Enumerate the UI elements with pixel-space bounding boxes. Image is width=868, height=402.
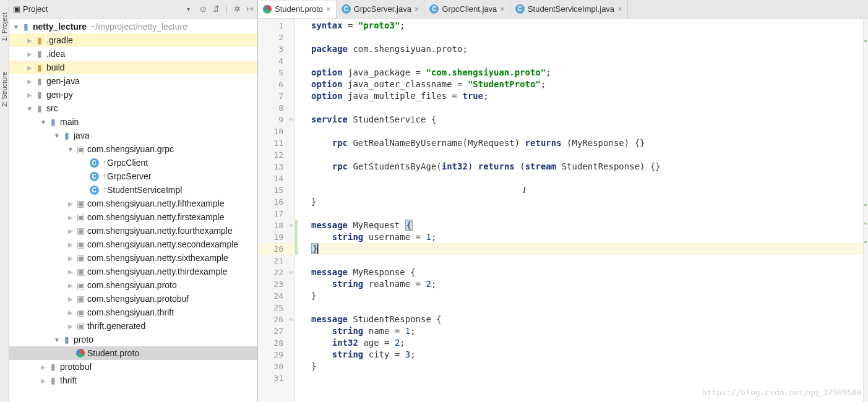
chevron-right-icon[interactable]: ▶ — [25, 92, 34, 98]
chevron-right-icon[interactable]: ▶ — [25, 51, 34, 58]
chevron-down-icon[interactable]: ▼ — [53, 132, 61, 139]
tree-row[interactable]: Student.proto — [9, 346, 257, 360]
project-tree[interactable]: ▼ ▮ netty_lecture ~/myproject/netty_lect… — [9, 19, 257, 402]
rail-structure[interactable]: 2: Structure — [1, 72, 8, 107]
chevron-down-icon[interactable]: ▾ — [187, 6, 190, 12]
tree-row[interactable]: ▶▮.idea — [9, 47, 257, 61]
gutter-line[interactable]: 15 — [258, 184, 294, 196]
tree-row[interactable]: ▶▣com.shengsiyuan.netty.sixthexample — [9, 251, 257, 265]
chevron-right-icon[interactable]: ▶ — [66, 323, 75, 330]
code-line[interactable] — [311, 149, 868, 161]
code-line[interactable] — [311, 255, 868, 267]
code-line[interactable]: } — [311, 290, 868, 302]
close-icon[interactable]: × — [500, 4, 505, 14]
gutter-line[interactable]: 28 — [258, 337, 294, 349]
code-line[interactable]: message MyRequest { — [311, 220, 868, 231]
code-line[interactable]: string city = 3; — [311, 349, 868, 361]
chevron-right-icon[interactable]: ▶ — [66, 241, 75, 248]
code-line[interactable]: } — [311, 361, 868, 372]
tree-row[interactable]: ▶▮build — [9, 61, 257, 74]
code-line[interactable]: option java_outer_classname = "StudentPr… — [311, 79, 868, 90]
gutter-line[interactable]: 9⊟ — [258, 114, 294, 126]
code-line[interactable]: string name = 1; — [311, 325, 868, 337]
minimap-mark[interactable] — [864, 40, 867, 42]
close-icon[interactable]: × — [415, 4, 419, 14]
chevron-down-icon[interactable]: ▼ — [53, 336, 61, 343]
chevron-right-icon[interactable]: ▶ — [66, 268, 75, 275]
project-panel-title[interactable]: Project — [23, 4, 48, 14]
gutter-line[interactable]: 23 — [258, 278, 294, 290]
tree-row[interactable]: C⇡GrpcServer — [9, 169, 257, 183]
chevron-right-icon[interactable]: ▶ — [66, 255, 75, 262]
code-line[interactable] — [311, 32, 868, 43]
gutter-line[interactable]: 24 — [258, 290, 294, 302]
code-line[interactable]: package com.shengsiyuan.proto; — [311, 43, 868, 55]
chevron-down-icon[interactable]: ▼ — [12, 24, 20, 30]
gutter-line[interactable]: 6 — [258, 79, 294, 90]
tree-row[interactable]: ▼▮src — [9, 101, 257, 115]
code-line[interactable]: syntax = "proto3"; — [311, 20, 868, 32]
gutter-line[interactable]: 20 — [258, 243, 294, 255]
code-line[interactable] — [311, 208, 868, 220]
close-icon[interactable]: × — [617, 4, 622, 14]
code-line[interactable] — [311, 372, 868, 384]
code-line[interactable] — [311, 173, 868, 184]
tree-row[interactable]: ▶▮.gradle — [9, 33, 257, 47]
gutter-line[interactable]: 27 — [258, 325, 294, 337]
gutter-line[interactable]: 31 — [258, 372, 294, 384]
fold-icon[interactable]: ⊟ — [290, 267, 293, 278]
code-line[interactable] — [311, 102, 868, 114]
chevron-right-icon[interactable]: ▶ — [66, 228, 75, 234]
editor-tab[interactable]: CStudentServiceImpl.java× — [510, 0, 628, 18]
gutter-line[interactable]: 29 — [258, 349, 294, 361]
gutter-line[interactable]: 16 — [258, 196, 294, 208]
code-line[interactable]: option java_package = "com.shengsiyuan.p… — [311, 67, 868, 79]
gutter-line[interactable]: 17 — [258, 208, 294, 220]
minimap-mark[interactable] — [864, 223, 867, 225]
tree-row[interactable]: ▶▣com.shengsiyuan.protobuf — [9, 292, 257, 306]
hide-icon[interactable]: ↦ — [247, 4, 254, 14]
tree-row[interactable]: ▶▣com.shengsiyuan.netty.secondexample — [9, 237, 257, 251]
code-line[interactable] — [311, 55, 868, 67]
tree-row[interactable]: ▶▮gen-py — [9, 88, 257, 101]
chevron-right-icon[interactable]: ▶ — [39, 364, 48, 370]
tree-row[interactable]: ▶▣thrift.generated — [9, 319, 257, 333]
code-line[interactable]: rpc GetStudentsByAge(int32) returns (str… — [311, 161, 868, 173]
gutter-line[interactable]: 22⊟ — [258, 267, 294, 278]
code-line[interactable]: message MyResponse { — [311, 267, 868, 278]
gutter-line[interactable]: 14 — [258, 173, 294, 184]
editor-tab[interactable]: CGrpcServer.java× — [337, 0, 425, 18]
editor-tab[interactable]: CGrpcClient.java× — [424, 0, 510, 18]
gutter-line[interactable]: 12 — [258, 149, 294, 161]
target-icon[interactable]: ⊙ — [200, 4, 207, 14]
gutter-line[interactable]: 3 — [258, 43, 294, 55]
fold-icon[interactable]: ⊟ — [290, 314, 293, 325]
chevron-right-icon[interactable]: ▶ — [25, 78, 34, 85]
gutter-line[interactable]: 2 — [258, 32, 294, 43]
tree-row[interactable]: C⇡GrpcClient — [9, 156, 257, 169]
gutter-line[interactable]: 4 — [258, 55, 294, 67]
chevron-right-icon[interactable]: ▶ — [66, 214, 75, 221]
gutter[interactable]: 123456789⊟101112131415161718⊟19202122⊟23… — [258, 19, 295, 402]
code-line[interactable]: } — [311, 196, 868, 208]
chevron-down-icon[interactable]: ▼ — [25, 105, 34, 112]
gutter-line[interactable]: 26⊟ — [258, 314, 294, 325]
chevron-right-icon[interactable]: ▶ — [25, 37, 34, 44]
code-line[interactable]: } — [311, 243, 868, 255]
gutter-line[interactable]: 19 — [258, 231, 294, 243]
code-line[interactable]: string username = 1; — [311, 231, 868, 243]
chevron-down-icon[interactable]: ▼ — [39, 119, 48, 126]
gutter-line[interactable]: 7 — [258, 90, 294, 102]
chevron-right-icon[interactable]: ▶ — [66, 296, 75, 302]
chevron-right-icon[interactable]: ▶ — [25, 64, 34, 71]
code-line[interactable]: message StudentResponse { — [311, 314, 868, 325]
fold-icon[interactable]: ⊟ — [290, 220, 293, 231]
gutter-line[interactable]: 10 — [258, 126, 294, 137]
code-line[interactable]: rpc GetRealNameByUsername(MyRequest) ret… — [311, 137, 868, 149]
close-icon[interactable]: × — [326, 4, 331, 14]
tree-row[interactable]: ▶▣com.shengsiyuan.netty.fourthexample — [9, 224, 257, 237]
tree-row[interactable]: ▶▮gen-java — [9, 74, 257, 88]
code-line[interactable]: int32 age = 2; — [311, 337, 868, 349]
code-line[interactable] — [311, 184, 868, 196]
gutter-line[interactable]: 5 — [258, 67, 294, 79]
